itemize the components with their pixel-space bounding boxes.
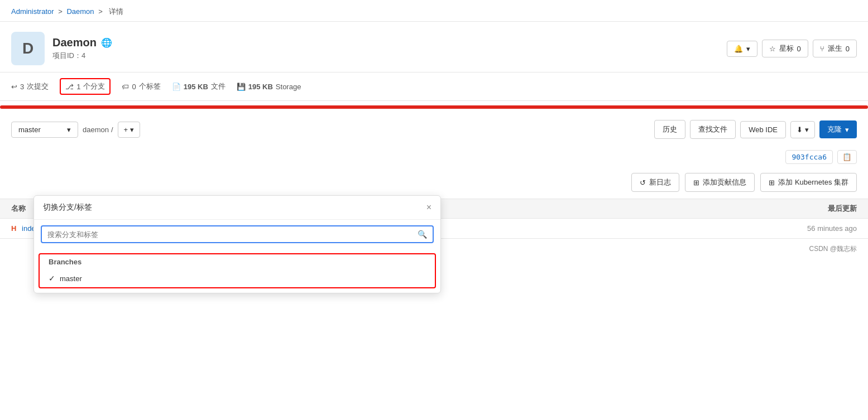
storage-stat: 💾 195 KB Storage: [237, 83, 301, 91]
commits-label: 次提交: [27, 81, 49, 91]
tags-icon: 🏷: [122, 83, 129, 91]
add-k8s-button[interactable]: ⊞ 添加 Kubernetes 集群: [760, 173, 857, 192]
dropdown-search: 🔍: [34, 220, 440, 249]
breadcrumb-current: 详情: [109, 7, 123, 16]
progress-bar: [0, 105, 868, 109]
clone-button[interactable]: 克隆 ▾: [819, 120, 857, 138]
files-stat: 📄 195 KB 文件: [172, 81, 226, 91]
footer-brand: CSDN @魏志标: [809, 245, 857, 253]
star-label: 星标: [779, 44, 794, 54]
commits-count: 3: [20, 83, 24, 91]
add-chevron-icon: ▾: [130, 125, 134, 134]
storage-size: 195 KB: [248, 83, 273, 91]
branches-label: Branches: [40, 254, 435, 259]
fork-button[interactable]: ⑂ 派生 0: [813, 40, 857, 57]
breadcrumb-sep1: >: [58, 7, 64, 16]
star-button[interactable]: ☆ 星标 0: [762, 40, 808, 57]
tags-count: 0: [132, 83, 136, 91]
branches-stat[interactable]: ⎇ 1 个分支: [60, 78, 111, 95]
dropdown-title: 切换分支/标签: [43, 202, 92, 213]
path-nav: daemon /: [83, 125, 113, 134]
avatar: D: [11, 32, 45, 65]
branch-selector[interactable]: master ▾: [11, 122, 78, 138]
add-k8s-label: 添加 Kubernetes 集群: [778, 177, 848, 187]
fork-label: 派生: [828, 44, 842, 54]
star-count: 0: [797, 45, 801, 53]
add-contrib-icon: ⊞: [693, 178, 699, 187]
path-name: daemon: [83, 125, 109, 134]
project-info: Daemon 🌐 项目ID：4: [52, 36, 112, 61]
copy-hash-button[interactable]: 📋: [837, 150, 857, 164]
download-chevron-icon: ▾: [805, 125, 809, 134]
branches-label: 个分支: [83, 81, 105, 91]
find-file-button[interactable]: 查找文件: [690, 120, 736, 139]
update-log-label: 新日志: [649, 177, 671, 187]
branches-icon: ⎇: [65, 83, 74, 91]
update-log-button[interactable]: ↺ 新日志: [631, 173, 679, 192]
update-icon: ↺: [640, 178, 646, 187]
branches-section: Branches ✓ master: [34, 249, 440, 259]
search-icon: 🔍: [418, 230, 427, 239]
time-cell: 56 minutes ago: [596, 219, 868, 239]
files-label: 文件: [211, 81, 226, 91]
star-icon: ☆: [769, 45, 776, 53]
commit-hash[interactable]: 903fcca6: [785, 150, 833, 164]
add-k8s-icon: ⊞: [769, 178, 775, 187]
commits-stat[interactable]: ↩ 3 次提交: [11, 81, 49, 91]
breadcrumb-daemon[interactable]: Daemon: [66, 7, 94, 16]
project-title: Daemon 🌐: [52, 36, 112, 49]
breadcrumb-admin[interactable]: Administrator: [11, 7, 54, 16]
toolbar-right: 历史 查找文件 Web IDE ⬇ ▾ 克隆 ▾: [654, 120, 857, 139]
tags-label: 个标签: [139, 81, 161, 91]
dropdown-close-button[interactable]: ×: [426, 202, 431, 213]
tags-stat[interactable]: 🏷 0 个标签: [122, 81, 160, 91]
html-file-icon: H: [11, 224, 16, 233]
bell-chevron: ▾: [746, 45, 750, 53]
toolbar-left: master ▾ daemon / + ▾: [11, 122, 140, 138]
col-updated: 最后更新: [596, 199, 868, 219]
breadcrumb-sep2: >: [98, 7, 104, 16]
download-icon: ⬇: [797, 125, 803, 134]
bell-icon: 🔔: [734, 45, 743, 53]
branches-count: 1: [76, 83, 80, 91]
path-separator: /: [111, 125, 113, 134]
breadcrumb: Administrator > Daemon > 详情: [0, 0, 868, 22]
commits-icon: ↩: [11, 83, 17, 91]
web-ide-button[interactable]: Web IDE: [740, 121, 786, 138]
storage-label: Storage: [276, 83, 301, 91]
storage-icon: 💾: [237, 83, 246, 91]
copy-icon: 📋: [842, 153, 852, 161]
files-size: 195 KB: [184, 83, 208, 91]
add-contrib-label: 添加贡献信息: [703, 177, 746, 187]
fork-icon: ⑂: [820, 45, 824, 53]
history-button[interactable]: 历史: [654, 120, 685, 139]
project-meta: 项目ID：4: [52, 51, 112, 61]
branch-chevron-icon: ▾: [67, 125, 71, 134]
action-row: ↺ 新日志 ⊞ 添加贡献信息 ⊞ 添加 Kubernetes 集群: [0, 168, 868, 196]
download-button[interactable]: ⬇ ▾: [790, 121, 815, 138]
repo-toolbar: master ▾ daemon / + ▾ 历史 查找文件 Web IDE ⬇ …: [0, 113, 868, 146]
add-contrib-button[interactable]: ⊞ 添加贡献信息: [685, 173, 755, 192]
clone-label: 克隆: [827, 124, 842, 134]
clone-chevron-icon: ▾: [845, 125, 849, 134]
branch-name: master: [18, 125, 41, 134]
stats-bar: ↩ 3 次提交 ⎇ 1 个分支 🏷 0 个标签 📄 195 KB 文件 💾 19…: [0, 72, 868, 101]
dropdown-header: 切换分支/标签 ×: [34, 196, 440, 220]
project-actions: 🔔 ▾ ☆ 星标 0 ⑂ 派生 0: [727, 40, 857, 57]
project-header: D Daemon 🌐 项目ID：4 🔔 ▾ ☆ 星标 0 ⑂ 派生 0: [0, 22, 868, 72]
fork-count: 0: [846, 45, 850, 53]
globe-icon: 🌐: [101, 37, 112, 48]
files-icon: 📄: [172, 83, 181, 91]
plus-icon: +: [124, 125, 128, 134]
project-left: D Daemon 🌐 项目ID：4: [11, 32, 112, 65]
branch-search-input[interactable]: [47, 230, 414, 239]
branches-highlighted-box: Branches ✓ master: [39, 253, 436, 259]
commit-area: 903fcca6 📋: [0, 146, 868, 168]
bell-button[interactable]: 🔔 ▾: [727, 41, 757, 57]
path-add-button[interactable]: + ▾: [118, 122, 141, 138]
branch-tag-dropdown: 切换分支/标签 × 🔍 Branches ✓ master: [33, 195, 441, 259]
search-input-wrapper: 🔍: [41, 225, 434, 243]
